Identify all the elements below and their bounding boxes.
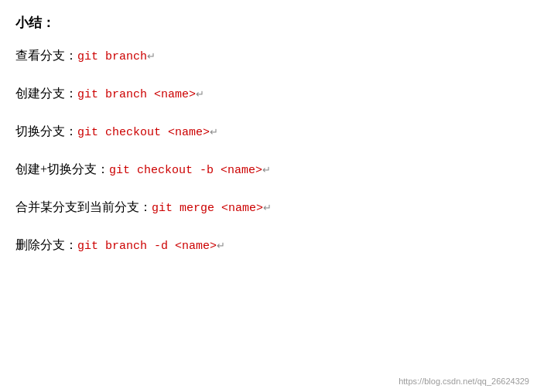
item-code: git checkout <name> — [77, 126, 210, 139]
list-item: 创建分支：git branch <name>↵ — [15, 84, 522, 104]
item-code: git branch — [77, 50, 147, 63]
item-label: 查看分支： — [15, 49, 77, 62]
item-code: git branch <name> — [77, 88, 196, 101]
list-item: 切换分支：git checkout <name>↵ — [15, 121, 522, 142]
item-code: git checkout -b <name> — [109, 164, 262, 177]
list-item: 查看分支：git branch↵ — [15, 46, 522, 66]
watermark: https://blog.csdn.net/qq_26624329 — [398, 377, 529, 386]
newline-symbol: ↵ — [217, 240, 225, 251]
newline-symbol: ↵ — [147, 50, 156, 62]
list-item: 删除分支：git branch -d <name>↵ — [15, 235, 522, 256]
newline-symbol: ↵ — [262, 164, 271, 176]
item-label: 创建+切换分支： — [15, 162, 109, 176]
item-label: 删除分支： — [15, 238, 77, 251]
newline-symbol: ↵ — [210, 126, 218, 138]
item-label: 切换分支： — [15, 124, 77, 138]
newline-symbol: ↵ — [263, 202, 272, 213]
item-code: git merge <name> — [152, 202, 263, 215]
section-title: 小结： — [15, 14, 522, 32]
items-container: 查看分支：git branch↵创建分支：git branch <name>↵切… — [15, 46, 522, 256]
item-code: git branch -d <name> — [77, 240, 217, 253]
list-item: 创建+切换分支：git checkout -b <name>↵ — [15, 159, 522, 180]
list-item: 合并某分支到当前分支：git merge <name>↵ — [15, 197, 522, 218]
newline-symbol: ↵ — [196, 88, 204, 100]
item-label: 合并某分支到当前分支： — [15, 200, 152, 213]
item-label: 创建分支： — [15, 87, 77, 100]
